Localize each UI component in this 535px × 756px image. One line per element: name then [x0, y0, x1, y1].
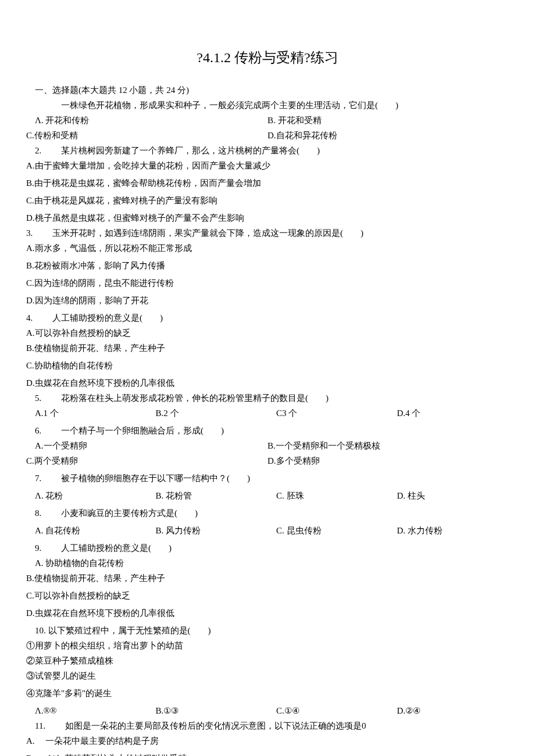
- q4-num: 4.: [26, 313, 33, 323]
- q7-text: 被子植物的卵细胞存在于以下哪一结构中？( ): [61, 474, 250, 483]
- q6-option-b: B.一个受精卵和一个受精极核: [268, 439, 509, 453]
- q5-option-a: A.1 个: [26, 406, 147, 420]
- q10-line-2: ②菜豆种子繁殖成植株: [26, 654, 509, 668]
- question-8: 8. 小麦和豌豆的主要传粉方式是( ) A. 自花传粉 B. 风力传粉 C. 昆…: [26, 506, 509, 538]
- q7-stem: 7. 被子植物的卵细胞存在于以下哪一结构中？( ): [26, 471, 509, 485]
- q2-text: 某片桃树园旁新建了一个养蜂厂，那么，这片桃树的产量将会( ): [61, 146, 320, 155]
- q11-text: 如图是一朵花的主要局部及传粉后的变化情况示意图，以下说法正确的选项是0: [65, 721, 366, 730]
- q8-num: 8.: [35, 508, 41, 518]
- q10-line-4: ④克隆羊"多莉"的诞生: [26, 686, 509, 700]
- q9-option-a: A. 协助植物的自花传粉: [26, 556, 509, 570]
- question-2: 2. 某片桃树园旁新建了一个养蜂厂，那么，这片桃树的产量将会( ) A.由于蜜蜂…: [26, 144, 509, 225]
- q1-stem: 一株绿色开花植物，形成果实和种子，一般必须完成两个主要的生理活动，它们是( ): [26, 98, 509, 112]
- q8-option-c: C. 昆虫传粉: [268, 524, 388, 538]
- q10-option-d: D.②④: [388, 704, 509, 718]
- q6-option-c: C.两个受精卵: [26, 454, 268, 468]
- q11-stem: 11. 如图是一朵花的主要局部及传粉后的变化情况示意图，以下说法正确的选项是0: [26, 719, 509, 733]
- q8-option-d: D. 水力传粉: [388, 524, 509, 538]
- q8-option-b: B. 风力传粉: [147, 524, 268, 538]
- q9-text: 人工辅助授粉的意义是( ): [61, 543, 172, 553]
- q6-option-d: D.多个受精卵: [268, 454, 509, 468]
- q10-option-c: C.①④: [268, 704, 388, 718]
- q6-stem: 6. 一个精子与一个卵细胞融合后，形成( ): [26, 424, 509, 438]
- q2-option-d: D.桃子虽然是虫媒花，但蜜蜂对桃子的产量不会产生影响: [26, 211, 509, 225]
- q5-option-b: B.2 个: [147, 406, 268, 420]
- q9-option-c: C.可以弥补自然授粉的缺乏: [26, 589, 509, 603]
- q1-option-b: B. 开花和受精: [268, 113, 509, 127]
- q3-num: 3.: [26, 228, 33, 238]
- q3-option-b: B.花粉被雨水冲落，影响了风力传播: [26, 259, 509, 273]
- q10-stem: 10. 以下繁殖过程中，属于无性繁殖的是( ): [26, 624, 509, 637]
- q11-option-b: B. ［1］花粉落到柱头上的过程叫做受精: [26, 751, 509, 756]
- q5-text: 花粉落在柱头上萌发形成花粉管，伸长的花粉管里精子的数目是( ): [61, 393, 329, 403]
- q10-num: 10.: [35, 626, 46, 635]
- q2-option-a: A.由于蜜蜂大量增加，会吃掉大量的花粉，因而产量会大量减少: [26, 159, 509, 173]
- question-10: 10. 以下繁殖过程中，属于无性繁殖的是( ) ①用萝卜的根尖组织，培育出萝卜的…: [26, 624, 509, 718]
- q4-option-c: C.协助植物的自花传粉: [26, 359, 509, 372]
- q4-option-b: B.使植物提前开花、结果，产生种子: [26, 341, 509, 355]
- q8-option-a: A. 自花传粉: [26, 524, 147, 538]
- section-header: 一、选择题(本大题共 12 小题，共 24 分): [26, 83, 509, 97]
- q6-option-a: A.一个受精卵: [26, 439, 268, 453]
- question-11: 11. 如图是一朵花的主要局部及传粉后的变化情况示意图，以下说法正确的选项是0 …: [26, 719, 509, 756]
- q4-option-d: D.虫媒花在自然环境下授粉的几率很低: [26, 376, 509, 390]
- q1-option-c: C.传粉和受精: [26, 128, 268, 142]
- q3-option-a: A.雨水多，气温低，所以花粉不能正常形成: [26, 241, 509, 255]
- q3-option-d: D.因为连绵的阴雨，影响了开花: [26, 293, 509, 307]
- q4-option-a: A.可以弥补自然授粉的缺乏: [26, 326, 509, 340]
- q7-option-b: B. 花粉管: [147, 489, 268, 503]
- q5-option-c: C3 个: [268, 406, 388, 420]
- question-6: 6. 一个精子与一个卵细胞融合后，形成( ) A.一个受精卵 B.一个受精卵和一…: [26, 424, 509, 468]
- q10-line-1: ①用萝卜的根尖组织，培育出萝卜的幼苗: [26, 639, 509, 653]
- q11-num: 11.: [35, 721, 45, 730]
- q2-option-c: C.由于桃花是风媒花，蜜蜂对桃子的产量没有影响: [26, 194, 509, 207]
- q9-option-d: D.虫媒花在自然环境下授粉的几率很低: [26, 606, 509, 620]
- q2-stem: 2. 某片桃树园旁新建了一个养蜂厂，那么，这片桃树的产量将会( ): [26, 144, 509, 157]
- q7-option-c: C. 胚珠: [268, 489, 388, 503]
- q7-num: 7.: [35, 474, 41, 483]
- q9-num: 9.: [35, 543, 41, 553]
- q4-stem: 4. 人工辅助授粉的意义是( ): [26, 311, 509, 325]
- q9-stem: 9. 人工辅助授粉的意义是( ): [26, 541, 509, 555]
- q10-option-a: Λ.®®: [26, 704, 147, 718]
- q10-text: 以下繁殖过程中，属于无性繁殖的是( ): [48, 626, 211, 635]
- page-title: ?4.1.2 传粉与受精?练习: [26, 46, 509, 69]
- q9-option-b: B.使植物提前开花、结果，产生种子: [26, 571, 509, 585]
- q8-text: 小麦和豌豆的主要传粉方式是( ): [61, 508, 198, 518]
- q5-option-d: D.4 个: [388, 406, 509, 420]
- question-1: 一株绿色开花植物，形成果实和种子，一般必须完成两个主要的生理活动，它们是( ) …: [26, 98, 509, 142]
- q5-stem: 5. 花粉落在柱头上萌发形成花粉管，伸长的花粉管里精子的数目是( ): [26, 391, 509, 405]
- q10-line-3: ③试管婴儿的诞生: [26, 669, 509, 683]
- q1-option-d: D.自花和异花传粉: [268, 128, 509, 142]
- q6-text: 一个精子与一个卵细胞融合后，形成( ): [61, 426, 224, 435]
- q4-text: 人工辅助授粉的意义是( ): [52, 313, 163, 323]
- q8-stem: 8. 小麦和豌豆的主要传粉方式是( ): [26, 506, 509, 520]
- q6-num: 6.: [35, 426, 41, 435]
- q3-stem: 3. 玉米开花时，如遇到连绵阴雨，果实产量就会下降，造成这一现象的原因是( ): [26, 226, 509, 240]
- question-9: 9. 人工辅助授粉的意义是( ) A. 协助植物的自花传粉 B.使植物提前开花、…: [26, 541, 509, 620]
- q11-option-a: A. 一朵花中最主要的结构是子房: [26, 734, 509, 748]
- q1-option-a: Λ. 开花和传粉: [26, 113, 268, 127]
- question-5: 5. 花粉落在柱头上萌发形成花粉管，伸长的花粉管里精子的数目是( ) A.1 个…: [26, 391, 509, 420]
- q2-num: 2.: [35, 146, 41, 155]
- question-3: 3. 玉米开花时，如遇到连绵阴雨，果实产量就会下降，造成这一现象的原因是( ) …: [26, 226, 509, 307]
- q7-option-a: Λ. 花粉: [26, 489, 147, 503]
- q2-option-b: B.由于桃花是虫媒花，蜜蜂会帮助桃花传粉，因而产量会增加: [26, 176, 509, 190]
- q5-num: 5.: [35, 393, 41, 403]
- q3-text: 玉米开花时，如遇到连绵阴雨，果实产量就会下降，造成这一现象的原因是( ): [52, 228, 363, 238]
- q3-option-c: C.因为连绵的阴雨，昆虫不能进行传粉: [26, 276, 509, 290]
- q10-option-b: B.①③: [147, 704, 268, 718]
- q7-option-d: D. 柱头: [388, 489, 509, 503]
- question-7: 7. 被子植物的卵细胞存在于以下哪一结构中？( ) Λ. 花粉 B. 花粉管 C…: [26, 471, 509, 503]
- question-4: 4. 人工辅助授粉的意义是( ) A.可以弥补自然授粉的缺乏 B.使植物提前开花…: [26, 311, 509, 390]
